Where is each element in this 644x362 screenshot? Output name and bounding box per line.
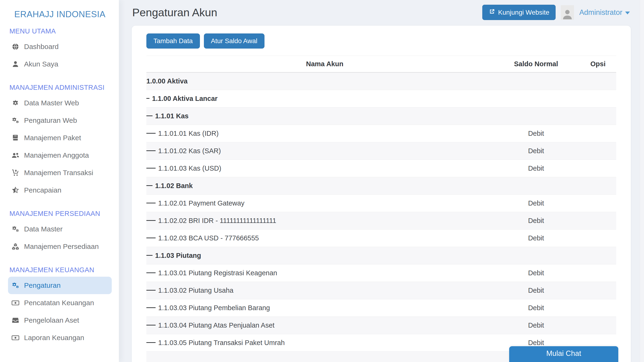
main-header: Pengaturan Akun Kunjungi Website Adminis… [132,0,631,26]
sidebar-item-laporan-keuangan[interactable]: Laporan Keuangan [8,329,112,346]
sidebar-section-heading: MANAJEMEN PERSEDIAAN [10,210,112,218]
hierarchy-dash [146,98,150,99]
sidebar-item-pengaturan-web[interactable]: Pengaturan Web [8,112,112,129]
tambah-data-button[interactable]: Tambah Data [146,34,200,48]
account-name: 1.1.00 Aktiva Lancar [152,95,218,102]
account-name-cell: 1.1.01.03 Kas (USD) [146,160,503,177]
saldo-normal-cell [503,107,569,125]
table-row: 1.1.02 Bank [146,177,616,194]
sidebar-item-manajemen-paket[interactable]: Manajemen Paket [8,129,112,146]
saldo-normal-cell [503,90,569,107]
saldo-normal-cell: Debit [503,212,569,229]
sidebar-section-heading: MANAJEMEN KEUANGAN [10,266,112,274]
account-name: 1.1.01.01 Kas (IDR) [158,130,218,137]
table-row: 1.1.02.03 BCA USD - 777666555Debit [146,229,616,247]
sidebar-item-pengelolaan-aset[interactable]: Pengelolaan Aset [8,312,112,329]
sidebar-nav: MENU UTAMADashboardAkun SayaMANAJEMEN AD… [8,27,112,346]
sidebar-item-pengaturan[interactable]: Pengaturan [8,277,112,294]
star-half-icon [11,186,20,194]
table-row: 1.1.00 Aktiva Lancar [146,90,616,107]
visit-website-label: Kunjungi Website [498,9,549,16]
app-logo: ERAHAJJ INDONESIA [8,10,112,19]
visit-website-button[interactable]: Kunjungi Website [482,5,556,20]
account-name: 1.1.02.03 BCA USD - 777666555 [158,234,259,242]
table-row: 1.0.00 Aktiva [146,72,616,90]
opsi-cell [569,177,616,194]
account-name-cell: 1.1.03.02 Piutang Usaha [146,282,503,299]
page-scrollbar[interactable] [640,0,644,362]
toolbar: Tambah Data Atur Saldo Awal [146,34,616,48]
account-name-cell: 1.1.03.03 Piutang Pembelian Barang [146,299,503,316]
saldo-normal-cell: Debit [503,316,569,334]
sidebar-item-manajemen-anggota[interactable]: Manajemen Anggota [8,146,112,164]
sidebar-item-manajemen-transaksi[interactable]: Manajemen Transaksi [8,164,112,182]
sidebar: ERAHAJJ INDONESIA MENU UTAMADashboardAku… [0,0,119,362]
sidebar-item-manajemen-persediaan[interactable]: Manajemen Persediaan [8,238,112,255]
sidebar-item-label: Manajemen Transaksi [24,169,93,177]
avatar[interactable] [561,5,574,20]
opsi-cell [569,316,616,334]
sidebar-item-data-master-web[interactable]: Data Master Web [8,94,112,112]
sidebar-item-label: Pengaturan Web [24,116,77,124]
sidebar-section: MANAJEMEN ADMINISTRASIData Master WebPen… [8,84,112,199]
opsi-cell [569,107,616,125]
opsi-cell [569,194,616,212]
hierarchy-dash [146,307,156,308]
opsi-cell [569,247,616,264]
account-name: 1.1.02.02 BRI IDR - 11111111111111111 [158,217,276,224]
user-dropdown[interactable]: Administrator [579,8,630,17]
mulai-chat-button[interactable]: Mulai Chat [509,346,618,362]
opsi-cell [569,72,616,90]
account-name: 1.1.01.02 Kas (SAR) [158,147,221,154]
table-head: Nama Akun Saldo Normal Opsi [146,56,616,72]
opsi-cell [569,142,616,160]
sidebar-item-label: Akun Saya [24,60,58,68]
hierarchy-dash [146,203,156,204]
sidebar-section-heading: MANAJEMEN ADMINISTRASI [10,84,112,92]
saldo-normal-cell [503,247,569,264]
account-name: 1.1.03.02 Piutang Usaha [158,286,233,294]
sidebar-item-pencapaian[interactable]: Pencapaian [8,182,112,199]
users-icon [11,152,20,159]
hierarchy-dash [146,290,156,290]
table-row: 1.1.01 Kas [146,107,616,125]
sidebar-item-label: Laporan Keuangan [24,334,84,342]
account-name-cell [146,352,503,362]
opsi-cell [569,160,616,177]
account-name: 1.1.01 Kas [155,112,188,120]
sidebar-item-label: Data Master Web [24,99,79,107]
saldo-normal-cell: Debit [503,282,569,299]
main-area: Pengaturan Akun Kunjungi Website Adminis… [119,0,644,362]
hierarchy-dash [146,255,152,256]
account-name-cell: 1.1.03 Piutang [146,247,503,264]
sidebar-item-label: Manajemen Anggota [24,151,89,159]
account-name: 1.1.03.05 Piutang Transaksi Paket Umrah [158,339,285,346]
sidebar-item-label: Dashboard [24,43,59,51]
archive-icon [11,316,20,324]
sidebar-item-akun-saya[interactable]: Akun Saya [8,56,112,73]
opsi-cell [569,282,616,299]
gears-icon [11,225,20,233]
sidebar-item-label: Pencatatan Keuangan [24,299,94,307]
account-name-cell: 1.1.03.05 Piutang Transaksi Paket Umrah [146,334,503,352]
account-name-cell: 1.1.03.01 Piutang Registrasi Keagenan [146,264,503,282]
table-row: 1.1.01.03 Kas (USD)Debit [146,160,616,177]
column-header-nama-akun: Nama Akun [146,56,503,72]
column-header-opsi: Opsi [569,56,616,72]
hierarchy-dash [146,116,152,116]
sidebar-item-pencatatan-keuangan[interactable]: Pencatatan Keuangan [8,294,112,312]
sidebar-item-data-master[interactable]: Data Master [8,220,112,238]
money-bill-icon [11,299,20,306]
account-name-cell: 1.1.01.01 Kas (IDR) [146,125,503,142]
sidebar-item-dashboard[interactable]: Dashboard [8,38,112,56]
sidebar-item-label: Pengaturan [24,282,60,290]
content-card: Tambah Data Atur Saldo Awal Nama Akun Sa… [132,26,631,362]
table-row: 1.1.03 Piutang [146,247,616,264]
atur-saldo-awal-button[interactable]: Atur Saldo Awal [204,34,264,48]
account-name: 1.1.03.01 Piutang Registrasi Keagenan [158,269,277,277]
hierarchy-dash [146,168,156,168]
opsi-cell [569,229,616,247]
account-name: 1.1.03.03 Piutang Pembelian Barang [158,304,270,312]
opsi-cell [569,299,616,316]
cart-arrow-down-icon [11,169,20,176]
